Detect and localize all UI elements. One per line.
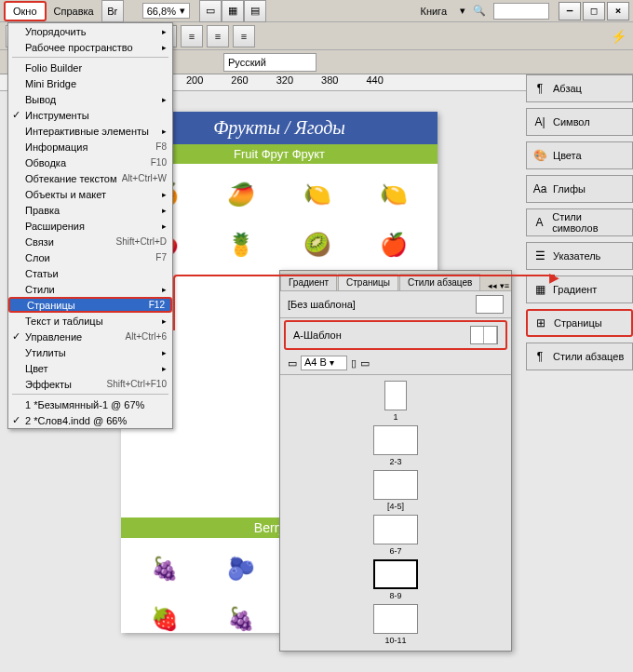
menu-item[interactable]: Стили: [8, 281, 172, 297]
page-number-label: 2-3: [389, 457, 401, 466]
panel-tab-Глифы[interactable]: AaГлифы: [526, 175, 633, 203]
master-a[interactable]: A-Шаблон: [284, 320, 507, 350]
panel-tab-Цвета[interactable]: 🎨Цвета: [526, 141, 633, 169]
page-thumbnail[interactable]: [373, 604, 418, 634]
page-thumbnail[interactable]: [373, 515, 418, 544]
panel-label: Глифы: [553, 183, 586, 195]
berry-image: 🫐: [205, 545, 277, 592]
panel-menu-icon[interactable]: ◂◂ ▾≡: [486, 281, 511, 290]
menu-item[interactable]: СвязиShift+Ctrl+D: [8, 234, 172, 249]
page-number-label: 1: [393, 412, 397, 422]
panel-tab[interactable]: Градиент: [280, 274, 337, 290]
page-thumbnail[interactable]: [373, 425, 418, 455]
panel-label: Страницы: [554, 317, 602, 329]
panel-icon: 🎨: [532, 148, 547, 163]
view-btn-2[interactable]: ▦: [222, 0, 244, 22]
align-justify-icon[interactable]: ≡: [233, 25, 255, 47]
bridge-icon[interactable]: Br: [101, 0, 124, 22]
panel-icon: A: [532, 215, 546, 230]
page-thumbnail[interactable]: [373, 559, 418, 589]
menu-item[interactable]: Упорядочить: [8, 23, 172, 39]
panel-label: Стили абзацев: [553, 351, 624, 362]
page-thumbnail[interactable]: [384, 381, 407, 410]
menu-item[interactable]: Mini Bridge: [8, 75, 172, 91]
menu-item[interactable]: ЭффектыShift+Ctrl+F10: [8, 376, 172, 392]
panel-tab-Символ[interactable]: A|Символ: [526, 108, 633, 136]
fruit-image: 🍍: [205, 222, 277, 268]
menu-item[interactable]: СлоиF7: [8, 249, 172, 265]
panel-label: Указатель: [553, 250, 600, 262]
panel-tab-Градиент[interactable]: ▦Градиент: [526, 276, 633, 303]
panel-label: Символ: [553, 116, 590, 128]
panel-tab-Стили абзацев[interactable]: ¶Стили абзацев: [526, 343, 633, 370]
menu-item[interactable]: Расширения: [8, 218, 172, 234]
window-menu-dropdown: УпорядочитьРабочее пространствоFolio Bui…: [7, 22, 173, 429]
panel-icon: ☰: [532, 249, 547, 263]
zoom-select[interactable]: 66,8%▾: [142, 3, 190, 19]
menu-item[interactable]: Статьи: [8, 265, 172, 281]
align-right-icon[interactable]: ≡: [207, 25, 229, 47]
chevron-down-icon: ▾: [460, 5, 465, 17]
menu-item[interactable]: ОбводкаF10: [8, 155, 172, 170]
panel-tab[interactable]: Стили абзацев: [399, 274, 480, 290]
menu-item[interactable]: СтраницыF12: [8, 297, 172, 313]
panel-tab-Стили символов[interactable]: AСтили символов: [526, 208, 633, 236]
master-a-thumb: [470, 326, 498, 344]
berry-image: 🍇: [205, 596, 277, 642]
minimize-button[interactable]: –: [559, 2, 581, 20]
panel-icon: ¶: [532, 81, 547, 96]
menu-item[interactable]: Обтекание текстомAlt+Ctrl+W: [8, 170, 172, 186]
fruit-image: 🥝: [281, 222, 354, 268]
menu-item[interactable]: Вывод: [8, 91, 172, 107]
book-label: Книга: [414, 6, 452, 17]
fruit-image: 🍋: [357, 171, 430, 218]
page-format-select[interactable]: A4 В ▾: [301, 356, 347, 370]
language-select[interactable]: Русский: [223, 53, 316, 72]
maximize-button[interactable]: □: [583, 2, 605, 20]
menu-item[interactable]: Текст и таблицы: [8, 313, 172, 329]
page-number-label: 6-7: [389, 546, 401, 556]
panel-tab-Указатель[interactable]: ☰Указатель: [526, 242, 633, 270]
panel-tab-Абзац[interactable]: ¶Абзац: [526, 74, 633, 102]
close-button[interactable]: ×: [607, 2, 629, 20]
fruit-image: 🥭: [205, 171, 277, 218]
panel-label: Абзац: [553, 83, 582, 94]
menu-item[interactable]: Интерактивные элементы: [8, 123, 172, 139]
align-center-icon[interactable]: ≡: [181, 25, 203, 47]
berry-image: 🍇: [128, 545, 201, 592]
menu-item[interactable]: 1 *Безымянный-1 @ 67%: [8, 396, 172, 412]
search-input[interactable]: [493, 3, 549, 20]
page-thumbnail[interactable]: [373, 470, 418, 500]
orientation-landscape-icon[interactable]: ▭: [360, 357, 370, 370]
menu-item[interactable]: Рабочее пространство: [8, 39, 172, 55]
menu-window[interactable]: Окно: [4, 1, 47, 21]
menu-item[interactable]: Цвет: [8, 360, 172, 376]
menu-item[interactable]: Утилиты: [8, 344, 172, 360]
menu-help[interactable]: Справка: [47, 3, 101, 20]
panel-label: Цвета: [553, 150, 582, 161]
search-icon: 🔍: [473, 5, 486, 17]
quick-apply-icon[interactable]: ⚡: [609, 27, 627, 46]
view-btn-3[interactable]: ▤: [244, 0, 266, 22]
menu-item[interactable]: УправлениеAlt+Ctrl+6: [8, 329, 172, 344]
panel-label: Градиент: [553, 284, 597, 295]
panel-icon: Aa: [532, 181, 547, 196]
panel-icon: A|: [532, 114, 547, 129]
menu-item[interactable]: Правка: [8, 202, 172, 218]
page-number-label: 8-9: [389, 591, 401, 600]
page-number-label: [4-5]: [387, 502, 404, 511]
page-tool-icon: ▭: [288, 357, 297, 370]
panel-label: Стили символов: [552, 211, 626, 234]
panel-tab-Страницы[interactable]: ⊞Страницы: [526, 309, 633, 337]
menu-item[interactable]: 2 *Слов4.indd @ 66%: [8, 412, 172, 428]
menu-item[interactable]: Folio Builder: [8, 60, 172, 75]
master-none[interactable]: [Без шаблона]: [280, 291, 511, 318]
menu-item[interactable]: ИнформацияF8: [8, 139, 172, 155]
menu-item[interactable]: Инструменты: [8, 107, 172, 123]
berry-image: 🍓: [128, 596, 201, 642]
panel-icon: ¶: [532, 349, 547, 364]
menu-item[interactable]: Объекты и макет: [8, 186, 172, 202]
view-btn-1[interactable]: ▭: [199, 0, 222, 22]
orientation-portrait-icon[interactable]: ▯: [351, 357, 357, 370]
panel-tab[interactable]: Страницы: [338, 274, 398, 290]
